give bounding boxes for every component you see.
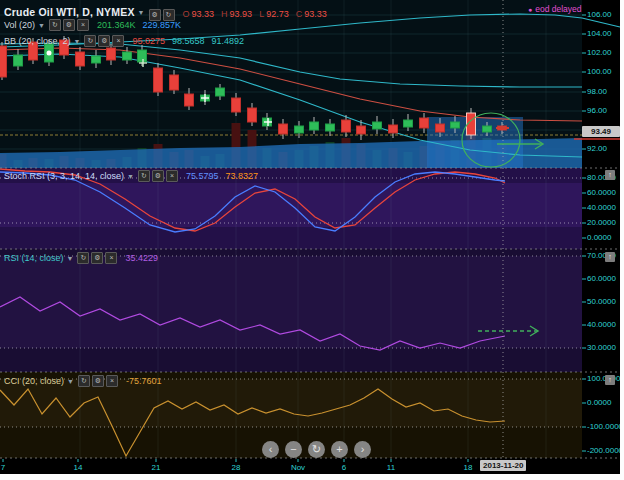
time-axis-label: 14 (74, 463, 83, 472)
time-axis-label: 18 (464, 463, 473, 472)
pane-header-rsi: RSI (14, close)▼↻⚙×35.4229 (4, 252, 158, 264)
ohlc-value: 93.33 (304, 9, 327, 19)
pane-expand-button[interactable]: ↑ (605, 375, 615, 385)
time-axis-label: 28 (232, 463, 241, 472)
price-axis-label: 106.00 (587, 10, 611, 19)
time-axis-label: 21 (152, 463, 161, 472)
volume-study-refresh-icon[interactable]: ↻ (49, 19, 61, 31)
chevron-down-icon[interactable]: ▼ (138, 9, 145, 16)
cci-label[interactable]: CCI (20, close) (4, 376, 64, 386)
stoch-rsi-gear-icon[interactable]: ⚙ (152, 170, 164, 182)
ohlc-key: H (221, 9, 228, 19)
ohlc-value: 93.33 (192, 9, 215, 19)
price-axis-label: 40.0000 (587, 320, 616, 329)
price-axis-label: 96.00 (587, 106, 607, 115)
stoch-rsi-chevron-down-icon[interactable]: ▼ (127, 173, 134, 180)
bb-study-refresh-icon[interactable]: ↻ (84, 35, 96, 47)
time-axis-label: 6 (342, 463, 346, 472)
pane-expand-button[interactable]: ↑ (605, 252, 615, 262)
price-axis-label: 100.0000 (587, 374, 620, 383)
rsi-gear-icon[interactable]: ⚙ (91, 252, 103, 264)
pan-left-button[interactable]: ‹ (262, 441, 279, 458)
price-axis-label: 100.00 (587, 67, 611, 76)
bb-study-gear-icon[interactable]: ⚙ (98, 35, 110, 47)
crosshair-date-tag: 2013-11-20 (480, 460, 526, 471)
page-right-margin (620, 0, 624, 480)
stoch-rsi-label[interactable]: Stoch RSI (3, 3, 14, 14, close) (4, 171, 124, 181)
price-axis-label: 50.0000 (587, 297, 616, 306)
cci-close-icon[interactable]: × (106, 375, 118, 387)
chart-canvas[interactable] (0, 0, 624, 480)
page-bottom-margin (0, 474, 624, 480)
volume-study-chevron-down-icon[interactable]: ▼ (38, 22, 45, 29)
bb-study-close-icon[interactable]: × (112, 35, 124, 47)
bb-study-value: 91.4892 (212, 36, 245, 46)
price-axis-label: 30.0000 (587, 343, 616, 352)
volume-study-value: 201.364K (97, 20, 136, 30)
pane-header-cci: CCI (20, close)▼↻⚙×-75.7601 (4, 375, 162, 387)
volume-study-value: 229.857K (143, 20, 182, 30)
stoch-rsi-value: 73.8327 (226, 171, 259, 181)
volume-study-gear-icon[interactable]: ⚙ (63, 19, 75, 31)
time-axis-label: 7 (1, 463, 5, 472)
pan-right-button[interactable]: › (354, 441, 371, 458)
price-axis-label: 40.0000 (587, 203, 616, 212)
price-axis-label: 0.0000 (587, 398, 611, 407)
volume-study-close-icon[interactable]: × (77, 19, 89, 31)
pane-expand-button[interactable]: ↑ (605, 170, 615, 180)
status-dot-icon: ● (528, 6, 532, 13)
rsi-close-icon[interactable]: × (105, 252, 117, 264)
price-axis-label: 104.00 (587, 29, 611, 38)
zoom-in-button[interactable]: + (331, 441, 348, 458)
cci-gear-icon[interactable]: ⚙ (92, 375, 104, 387)
ohlc-key: C (296, 9, 303, 19)
bb-study-value: 95.0275 (132, 36, 165, 46)
stoch-rsi-value: 75.5795 (186, 171, 219, 181)
ohlc-key: L (259, 9, 264, 19)
bb-study-value: 98.5658 (172, 36, 205, 46)
cci-chevron-down-icon[interactable]: ▼ (67, 378, 74, 385)
price-axis-label: 20.0000 (587, 218, 616, 227)
price-axis-label: -100.0000 (587, 422, 623, 431)
bb-study-chevron-down-icon[interactable]: ▼ (74, 38, 81, 45)
rsi-value: 35.4229 (125, 253, 158, 263)
eod-delayed-badge: ●eod delayed (528, 4, 582, 14)
bb-study-label[interactable]: BB (20, close, 2) (4, 36, 71, 46)
price-axis-label: 98.00 (587, 87, 607, 96)
price-axis-label: -200.0000 (587, 446, 623, 455)
price-axis-label: 60.0000 (587, 188, 616, 197)
stoch-rsi-close-icon[interactable]: × (166, 170, 178, 182)
symbol-title[interactable]: Crude Oil WTI, D, NYMEX (4, 6, 135, 18)
time-axis-label: 11 (387, 463, 395, 472)
study-row-volume: Vol (20)▼↻⚙×201.364K229.857K (4, 19, 181, 31)
rsi-refresh-icon[interactable]: ↻ (77, 252, 89, 264)
ohlc-value: 93.93 (230, 9, 253, 19)
last-price-tag: 93.49 (582, 126, 620, 137)
volume-study-label[interactable]: Vol (20) (4, 20, 35, 30)
zoom-out-button[interactable]: − (285, 441, 302, 458)
study-row-bollinger: BB (20, close, 2)▼↻⚙×95.027598.565891.48… (4, 35, 244, 47)
price-axis-label: 92.00 (587, 144, 607, 153)
ohlc-value: 92.73 (266, 9, 289, 19)
stoch-rsi-refresh-icon[interactable]: ↻ (138, 170, 150, 182)
price-axis-label: 0.0000 (587, 233, 611, 242)
cci-value: -75.7601 (126, 376, 162, 386)
ohlc-values: O93.33H93.93L92.73C93.33 (176, 3, 327, 21)
rsi-label[interactable]: RSI (14, close) (4, 253, 64, 263)
price-axis-label: 60.0000 (587, 274, 616, 283)
trading-chart-app: Crude Oil WTI, D, NYMEX ▼ ⚙↻ O93.33H93.9… (0, 0, 624, 480)
price-axis-label: 102.00 (587, 48, 611, 57)
cci-refresh-icon[interactable]: ↻ (78, 375, 90, 387)
rsi-chevron-down-icon[interactable]: ▼ (67, 255, 74, 262)
ohlc-key: O (183, 9, 190, 19)
reset-view-button[interactable]: ↻ (308, 441, 325, 458)
pane-header-stoch-rsi: Stoch RSI (3, 3, 14, 14, close)▼↻⚙×75.57… (4, 170, 258, 182)
time-axis-label: Nov (291, 463, 305, 472)
